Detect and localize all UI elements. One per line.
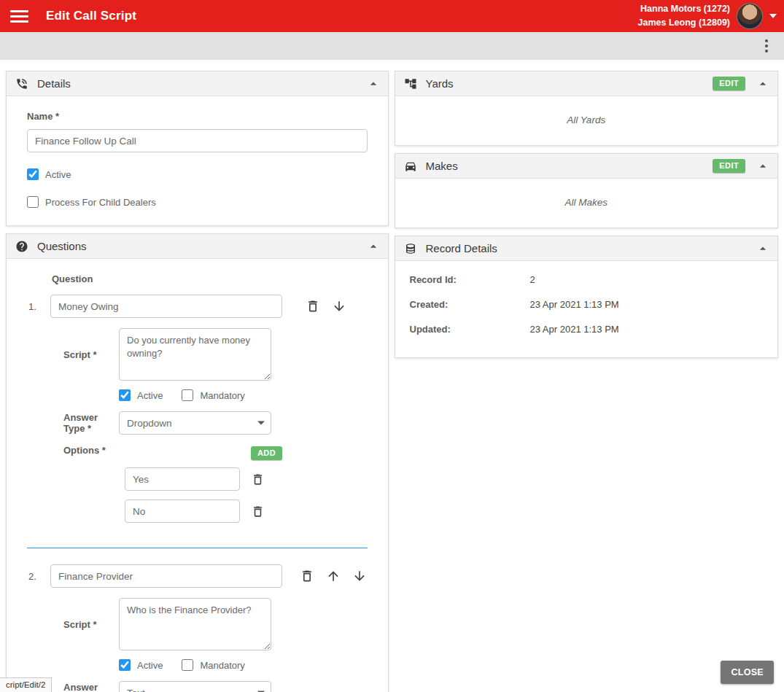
- script-textarea[interactable]: Do you currently have money owning?: [119, 328, 271, 381]
- right-column: Yards EDIT All Yards Makes EDIT All Make…: [395, 71, 779, 358]
- yards-collapse-button[interactable]: [754, 75, 772, 93]
- collapse-up-icon: [366, 77, 381, 91]
- delete-option-button[interactable]: [251, 473, 265, 486]
- active-label: Active: [45, 169, 71, 180]
- page-title: Edit Call Script: [46, 9, 136, 23]
- script-field: Script * Do you currently have money own…: [63, 328, 388, 381]
- option-row: [125, 499, 282, 523]
- edit-makes-button[interactable]: EDIT: [713, 159, 745, 173]
- child-dealers-checkbox[interactable]: [27, 196, 39, 208]
- questions-card-header: Questions: [7, 234, 388, 259]
- collapse-up-icon: [366, 239, 381, 254]
- trash-icon: [251, 473, 265, 486]
- active-checkbox[interactable]: [27, 168, 39, 180]
- makes-card: Makes EDIT All Makes: [395, 153, 779, 228]
- details-card-body: Name * Active Process For Child Dealers: [7, 96, 388, 225]
- kebab-menu-icon[interactable]: [762, 36, 771, 55]
- answer-type-field: Answer Type * Dropdown: [63, 411, 388, 435]
- edit-yards-button[interactable]: EDIT: [713, 77, 745, 90]
- avatar[interactable]: [737, 3, 763, 29]
- question-mandatory-checkbox[interactable]: [182, 389, 193, 401]
- car-icon: [404, 160, 417, 173]
- delete-question-button[interactable]: [306, 299, 320, 314]
- details-card: Details Name * Active Process For Child …: [6, 71, 389, 226]
- account-info: Hanna Motors (1272) James Leong (12809): [638, 2, 730, 30]
- question-active-check-row[interactable]: Active: [119, 659, 163, 671]
- script-label: Script *: [63, 619, 119, 630]
- left-column: Details Name * Active Process For Child …: [6, 71, 389, 692]
- sitemap-icon: [404, 77, 417, 90]
- question-mandatory-label: Mandatory: [200, 390, 244, 401]
- makes-collapse-button[interactable]: [754, 158, 772, 175]
- details-card-header: Details: [7, 71, 388, 96]
- yards-card-title: Yards: [426, 77, 454, 90]
- answer-type-field: Answer Type * Text: [63, 681, 388, 692]
- questions-collapse-button[interactable]: [365, 238, 382, 255]
- phone-in-talk-icon: [15, 77, 28, 90]
- add-option-button[interactable]: ADD: [251, 446, 282, 460]
- question-mandatory-checkbox[interactable]: [182, 659, 193, 671]
- trash-icon: [306, 299, 320, 314]
- delete-question-button[interactable]: [300, 569, 314, 583]
- answer-type-select-input[interactable]: Text: [119, 681, 271, 692]
- move-down-button[interactable]: [332, 299, 346, 314]
- close-button[interactable]: CLOSE: [721, 661, 774, 684]
- question-number: 1.: [28, 301, 50, 312]
- child-dealers-check-row[interactable]: Process For Child Dealers: [27, 196, 368, 208]
- record-details-collapse-button[interactable]: [754, 240, 772, 257]
- collapse-up-icon: [756, 241, 770, 256]
- statusbar-url: cript/Edit/2: [0, 677, 52, 692]
- database-icon: [404, 242, 417, 255]
- record-id-label: Record Id:: [410, 274, 530, 285]
- question-mandatory-check-row[interactable]: Mandatory: [182, 659, 244, 671]
- record-row: Created: 23 Apr 2021 1:13 PM: [410, 299, 764, 310]
- collapse-up-icon: [756, 159, 770, 174]
- answer-type-select[interactable]: Text: [119, 681, 271, 692]
- arrow-down-icon: [352, 569, 367, 583]
- move-up-button[interactable]: [326, 569, 341, 583]
- question-mandatory-label: Mandatory: [200, 660, 244, 671]
- script-field: Script * Who is the Finance Provider?: [63, 598, 388, 650]
- question-name-row: 1.: [28, 295, 388, 318]
- record-details-card-header: Record Details: [395, 236, 778, 261]
- question-active-label: Active: [137, 390, 163, 401]
- record-id-value: 2: [530, 274, 535, 285]
- menu-icon[interactable]: [10, 10, 28, 23]
- makes-empty-text: All Makes: [395, 179, 778, 228]
- makes-card-header: Makes EDIT: [395, 154, 778, 179]
- script-textarea[interactable]: Who is the Finance Provider?: [119, 598, 271, 650]
- option-input[interactable]: [125, 499, 240, 523]
- answer-type-select[interactable]: Dropdown: [119, 411, 271, 435]
- answer-type-select-input[interactable]: Dropdown: [119, 411, 271, 435]
- record-details-card: Record Details Record Id: 2 Created: 23 …: [395, 236, 779, 358]
- record-row: Record Id: 2: [410, 274, 764, 285]
- question-active-check-row[interactable]: Active: [119, 389, 163, 401]
- delete-option-button[interactable]: [251, 505, 265, 518]
- question-divider: [27, 548, 368, 548]
- name-input[interactable]: [27, 129, 368, 152]
- record-details-body: Record Id: 2 Created: 23 Apr 2021 1:13 P…: [395, 261, 778, 357]
- question-name-input[interactable]: [50, 564, 282, 588]
- script-label: Script *: [63, 349, 119, 360]
- question-block-1: 1. Script * Do you currently have money …: [7, 295, 388, 532]
- active-check-row[interactable]: Active: [27, 168, 368, 180]
- question-name-input[interactable]: [50, 295, 282, 318]
- questions-card: Questions Question 1. Sc: [6, 233, 389, 692]
- question-column-header: Question: [52, 273, 388, 284]
- move-down-button[interactable]: [352, 569, 367, 583]
- option-input[interactable]: [125, 467, 240, 491]
- arrow-up-icon: [326, 569, 341, 583]
- main-content: Details Name * Active Process For Child …: [0, 60, 784, 692]
- user-menu-caret-icon[interactable]: [769, 14, 777, 18]
- question-mandatory-check-row[interactable]: Mandatory: [182, 389, 244, 401]
- questions-card-title: Questions: [37, 240, 87, 252]
- question-active-checkbox[interactable]: [119, 659, 131, 671]
- name-label: Name *: [27, 111, 368, 122]
- app-header: Edit Call Script Hanna Motors (1272) Jam…: [0, 0, 784, 32]
- question-block-2: 2. Script * Who is the Finance Provider?: [7, 564, 388, 692]
- option-row: [125, 467, 282, 491]
- question-active-checkbox[interactable]: [119, 389, 131, 401]
- updated-label: Updated:: [410, 324, 530, 335]
- details-collapse-button[interactable]: [365, 75, 382, 93]
- header-user-area: Hanna Motors (1272) James Leong (12809): [638, 2, 777, 30]
